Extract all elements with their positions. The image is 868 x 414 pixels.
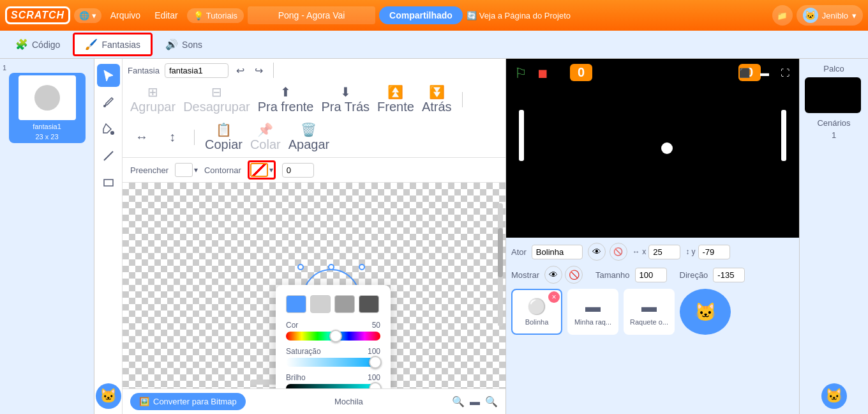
costume-thumbnail[interactable]: fantasia1 23 x 23 — [9, 73, 86, 143]
brilho-slider-track[interactable] — [286, 384, 380, 388]
hide-button[interactable]: 🚫 — [610, 243, 627, 261]
costume-name: fantasia1 — [33, 123, 61, 130]
wide-view-button[interactable]: ▬ — [756, 64, 774, 82]
fullscreen-button[interactable]: ⛶ — [776, 64, 794, 82]
folder-button[interactable]: 📁 — [772, 5, 793, 26]
right-panel: ⚐ ⏹ 0 0 ⬛ ▬ ⛶ Ator 👁 🚫 — [505, 59, 799, 414]
add-costume-button[interactable]: 🐱 — [96, 383, 121, 409]
light-swatch[interactable] — [310, 295, 331, 313]
handle-top-right[interactable] — [359, 264, 365, 270]
vertical-scrollbar[interactable] — [498, 203, 503, 326]
preencher-dropdown-icon[interactable]: ▾ — [194, 165, 198, 174]
y-input[interactable] — [698, 245, 730, 259]
sprite-card-raquete[interactable]: ▬ Raquete o... — [624, 289, 675, 335]
palco-thumbnail[interactable] — [805, 77, 861, 113]
x-input[interactable] — [648, 245, 680, 259]
convert-bitmap-button[interactable]: 🖼️ Converter para Bitmap — [130, 393, 246, 410]
project-name-input[interactable] — [248, 6, 375, 24]
handle-top-left[interactable] — [297, 264, 304, 270]
minha-raq-label: Minha raq... — [574, 318, 611, 326]
contornar-color-box[interactable] — [250, 163, 268, 177]
file-menu[interactable]: Arquivo — [105, 8, 146, 23]
canvas-area[interactable]: Cor 50 Saturação 100 — [123, 183, 505, 388]
select-tool[interactable] — [97, 64, 120, 87]
copiar-button[interactable]: 📋 Copiar — [202, 121, 245, 153]
costume-name-input[interactable] — [165, 63, 228, 78]
pra-tras-icon: ⬇ — [340, 84, 351, 100]
add-sprite-button[interactable]: 🐱 — [680, 289, 731, 335]
contornar-value-input[interactable] — [282, 163, 314, 178]
actor-panel: Ator 👁 🚫 ↔ x ↕ y Mostrar 👁 — [506, 238, 799, 414]
preencher-label: Preencher — [130, 165, 168, 175]
hidden-button[interactable]: 🚫 — [565, 266, 583, 284]
tab-codigo[interactable]: 🧩 Código — [5, 34, 70, 54]
blue-swatch[interactable] — [286, 295, 306, 313]
palco-label: Palco — [805, 64, 863, 73]
paddle-right — [781, 110, 786, 161]
share-button[interactable]: Compartilhado — [379, 6, 463, 24]
mid-swatch[interactable] — [334, 295, 355, 313]
user-menu[interactable]: 🐱 Jeniblo ▾ — [797, 5, 863, 26]
svg-line-2 — [104, 151, 113, 160]
sprite-card-minha-raq[interactable]: ▬ Minha raq... — [567, 289, 618, 335]
bolinha-icon: ⚪ — [527, 298, 546, 316]
undo-button[interactable]: ↩ — [234, 63, 247, 78]
flip-h-button[interactable]: ↔ — [128, 128, 156, 146]
pra-tras-button[interactable]: ⬇ Pra Trás — [319, 83, 373, 116]
visible-button[interactable]: 👁 — [544, 266, 562, 284]
line-tool[interactable] — [97, 144, 120, 167]
brush-tool[interactable] — [97, 91, 120, 114]
apagar-button[interactable]: 🗑️ Apagar — [286, 121, 333, 153]
sprite-delete-bolinha[interactable]: × — [548, 291, 560, 303]
flip-v-icon: ↕ — [169, 130, 176, 144]
contornar-dropdown-icon[interactable]: ▾ — [269, 165, 273, 174]
cor-slider-track[interactable] — [286, 332, 380, 341]
agrupar-button[interactable]: ⊞ Agrupar — [128, 83, 178, 116]
tutorials-button[interactable]: 💡 Tutoriais — [187, 8, 244, 23]
preencher-color-wrap: ▾ — [175, 163, 198, 177]
preencher-color-box[interactable] — [175, 163, 193, 177]
language-button[interactable]: 🌐 ▾ — [74, 8, 101, 23]
colar-icon: 📌 — [257, 122, 273, 137]
edit-menu[interactable]: Editar — [149, 8, 183, 23]
zoom-reset-button[interactable]: ▬ — [470, 396, 480, 408]
frente-button[interactable]: ⏫ Frente — [375, 83, 417, 116]
fill-tool[interactable] — [97, 118, 120, 141]
ator-label: Ator — [511, 247, 527, 257]
bolinha-label: Bolinha — [525, 318, 549, 326]
atras-button[interactable]: ⏬ Atrás — [419, 83, 454, 116]
actor-name-input[interactable] — [532, 245, 583, 259]
view-page-button[interactable]: 🔄 Veja a Página do Projeto — [467, 11, 571, 20]
saturacao-slider-track[interactable] — [286, 358, 380, 367]
tab-fantasias[interactable]: 🖌️ Fantasias — [73, 33, 153, 56]
vertical-scrollbar-thumb[interactable] — [498, 228, 503, 277]
brilho-slider-thumb[interactable] — [369, 382, 382, 388]
sprite-card-bolinha[interactable]: × ⚪ Bolinha — [511, 289, 562, 335]
colar-button[interactable]: 📌 Colar — [248, 121, 283, 153]
saturacao-slider-thumb[interactable] — [369, 356, 382, 369]
zoom-in-button[interactable]: 🔍 — [485, 395, 498, 408]
zoom-out-button[interactable]: 🔍 — [452, 395, 465, 408]
color-sliders: Cor 50 Saturação 100 — [286, 321, 380, 388]
rect-tool[interactable] — [97, 171, 120, 194]
redo-button[interactable]: ↪ — [252, 63, 266, 78]
tamanho-input[interactable] — [635, 268, 667, 282]
actor-fields-row: Ator 👁 🚫 ↔ x ↕ y — [511, 243, 794, 261]
costume-preview — [19, 75, 76, 120]
dark-swatch[interactable] — [359, 295, 379, 313]
separator-2 — [462, 92, 463, 107]
tab-sons[interactable]: 🔊 Sons — [155, 34, 213, 54]
cor-slider-thumb[interactable] — [329, 330, 342, 342]
direcao-input[interactable] — [713, 268, 745, 282]
show-button[interactable]: 👁 — [588, 243, 606, 261]
pra-frente-button[interactable]: ⬆ Pra frente — [255, 83, 317, 116]
brilho-slider-row: Brilho 100 — [286, 373, 380, 388]
normal-view-button[interactable]: ⬛ — [735, 64, 753, 82]
add-backdrop-button[interactable]: 🐱 — [821, 383, 847, 409]
main-content: 1 fantasia1 23 x 23 🐱 F — [0, 59, 868, 414]
group-tools: ⊞ Agrupar ⊟ Desagrupar ⬆ Pra frente ⬇ Pr… — [128, 83, 454, 116]
flip-v-button[interactable]: ↕ — [158, 128, 186, 146]
desagrupar-button[interactable]: ⊟ Desagrupar — [181, 83, 253, 116]
stop-button[interactable]: ⏹ — [534, 65, 551, 82]
green-flag-button[interactable]: ⚐ — [511, 64, 530, 83]
